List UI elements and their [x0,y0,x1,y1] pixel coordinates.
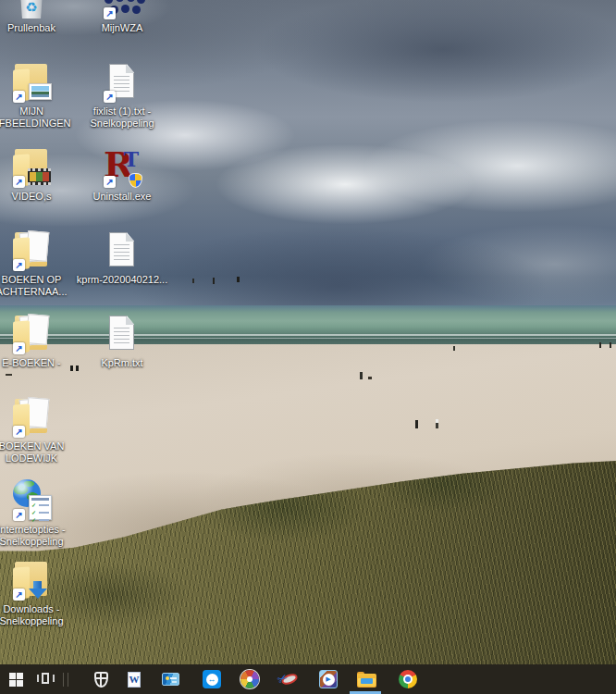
desktop-icon-mijn-afbeeldingen[interactable]: ↗ MIJN AFBEELDINGEN [0,61,63,130]
icon-label: Downloads - Snelkoppeling [0,603,80,627]
teamviewer-icon: ↔ [203,670,221,688]
shortcut-arrow-icon: ↗ [13,589,25,601]
shortcut-arrow-icon: ↗ [13,259,25,271]
documents-folder-icon: ↗ [11,313,52,355]
beach-person [453,346,455,351]
file-explorer-icon [357,672,376,688]
display-settings-icon [162,673,179,686]
download-arrow-head [29,589,47,599]
text-file-icon: ↗ [102,61,142,104]
documents-folder-icon: ↗ [11,229,52,272]
shortcut-arrow-icon: ↗ [104,176,116,188]
picasa-icon [240,670,259,688]
windows-desktop: ♻ Prullenbak ↗ MijnWZA ↗ MIJN AFBEELDING… [0,0,616,694]
desktop-icon-boeken-op-achternaam[interactable]: ↗ BOEKEN OP ACHTERNAA... [0,229,63,298]
filmstrip-thumbnail [28,168,51,185]
app-dots-icon: ↗ [102,0,142,20]
beach-person [213,278,215,284]
kprm-letter-t: T [124,147,139,171]
shortcut-arrow-icon: ↗ [13,509,25,521]
media-player-icon: ▶ [319,670,338,688]
beach-dog [368,377,372,379]
desktop-icon-kprm-txt[interactable]: KpRm.txt [91,313,154,369]
icon-label: KpRm.txt [74,357,170,369]
desktop-icon-videos[interactable]: ↗ VIDEO,s [0,146,63,203]
desktop-icon-uninstall-exe[interactable]: R T ↗ Uninstall.exe [91,146,154,203]
desktop-icon-downloads[interactable]: ↗ Downloads - Snelkoppeling [0,559,63,627]
taskbar-file-explorer[interactable] [354,664,378,694]
taskbar-divider [54,664,78,694]
recycle-symbol: ♻ [18,0,44,15]
shortcut-arrow-icon: ↗ [104,7,116,19]
internet-options-icon: ✓ ✓ ✓ ↗ [11,479,52,522]
desktop-icon-fixlist[interactable]: ↗ fixlist (1).txt - Snelkoppeling [91,61,154,130]
chrome-icon [399,670,417,688]
shortcut-arrow-icon: ↗ [13,342,25,354]
pictures-folder-icon: ↗ [11,61,52,104]
beach-person [360,372,363,379]
shortcut-arrow-icon: ↗ [13,426,25,438]
beach-person [192,279,194,283]
icon-label: Prullenbak [0,22,80,34]
recycle-bin-icon: ♻ [11,0,52,20]
divider-icon [63,673,68,687]
text-file-icon [102,313,142,355]
uac-shield-icon [129,173,142,188]
word-icon: W [128,672,141,688]
taskbar-windows-defender[interactable] [89,664,113,694]
icon-label: fixlist (1).txt - Snelkoppeling [74,105,170,130]
taskbar-microsoft-word[interactable]: W [122,664,146,694]
taskbar-snipping-tool[interactable]: ✂ [277,664,301,694]
icon-label: BOEKEN VAN LODEWIJK [0,440,80,465]
photo-thumbnail [29,83,52,100]
taskbar-google-chrome[interactable] [396,664,420,694]
options-panel: ✓ ✓ ✓ [29,495,52,520]
shortcut-arrow-icon: ↗ [13,91,25,103]
icon-label: kprm-2020040212... [74,274,170,286]
icon-label: MijnWZA [74,22,170,34]
page-fold [126,64,134,73]
beach-person [237,277,240,282]
shortcut-arrow-icon: ↗ [13,176,25,188]
page-fold [126,232,134,242]
videos-folder-icon: ↗ [11,146,52,189]
page-fold [126,316,134,325]
icon-label: Uninstall.exe [74,191,170,203]
icon-label: BOEKEN OP ACHTERNAA... [0,274,80,298]
taskbar-teamviewer[interactable]: ↔ [200,664,224,694]
snipping-tool-icon: ✂ [278,671,300,688]
desktop-icon-e-boeken[interactable]: ↗ E-BOEKEN - [0,313,63,369]
desktop-icon-kprm-log[interactable]: kprm-2020040212... [91,229,154,286]
beach-person [610,342,611,348]
icon-label: MIJN AFBEELDINGEN [0,105,80,130]
start-button[interactable] [4,664,28,694]
kprm-app-icon: R T ↗ [102,146,142,189]
defender-shield-icon [94,672,108,688]
beach-person [599,342,601,348]
desktop-icon-mijnwza[interactable]: ↗ MijnWZA [91,0,154,34]
desktop-icon-prullenbak[interactable]: ♻ Prullenbak [0,0,63,34]
icon-label: VIDEO,s [0,191,80,203]
icon-label: E-BOEKEN - [0,357,80,369]
beach-object [6,374,12,376]
text-file-icon [102,229,142,272]
downloads-folder-icon: ↗ [11,559,52,601]
taskbar-display-settings[interactable] [158,664,182,694]
taskbar-media-player[interactable]: ▶ [316,664,340,694]
windows-logo-icon [9,673,23,687]
taskbar: W ↔ ✂ ▶ [0,664,616,694]
documents-folder-icon: ↗ [11,396,52,439]
shortcut-arrow-icon: ↗ [104,91,116,103]
beach-person [436,419,438,428]
icon-label: Internetopties - Snelkoppeling [0,524,80,548]
desktop-icon-boeken-van-lodewijk[interactable]: ↗ BOEKEN VAN LODEWIJK [0,396,63,465]
taskbar-picasa[interactable] [238,664,262,694]
desktop-icon-internetopties[interactable]: ✓ ✓ ✓ ↗ Internetopties - Snelkoppeling [0,479,63,548]
beach-person [415,420,418,428]
task-view-icon [37,673,55,686]
